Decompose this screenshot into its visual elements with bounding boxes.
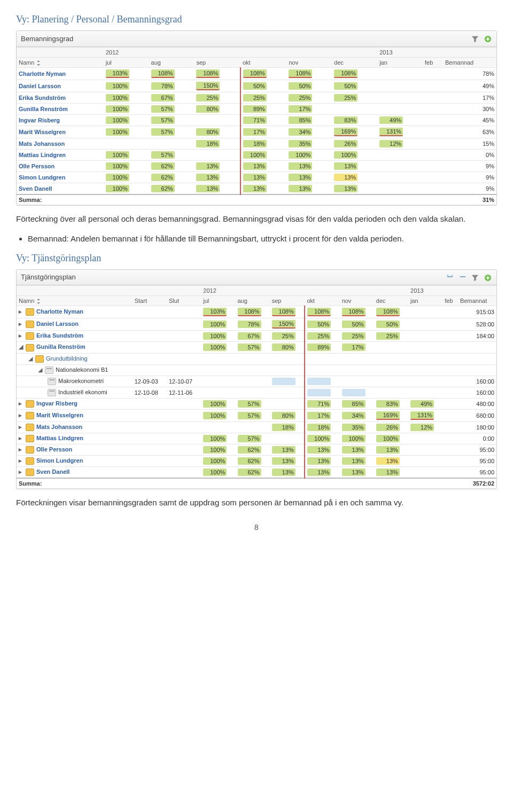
year-2013-b: 2013 xyxy=(408,286,458,296)
col-dec: dec xyxy=(332,57,377,67)
col-jul: jul xyxy=(104,57,149,67)
col-name-2[interactable]: Namn xyxy=(17,296,133,306)
col-sep: sep xyxy=(194,57,240,67)
year-2013: 2013 xyxy=(377,47,443,57)
page-icon xyxy=(45,366,53,374)
expand-toggle[interactable]: ▸ xyxy=(19,321,24,327)
table-row: Simon Lundgren100%62%13%13%13%13%9% xyxy=(17,171,496,183)
term-bemannad: Bemannad: xyxy=(28,234,69,243)
folder-icon xyxy=(35,355,44,363)
col-nov: nov xyxy=(286,57,332,67)
table-row: ▸Mattias Lindgren100%57%100%100%100%0:00 xyxy=(17,433,496,444)
folder-icon xyxy=(26,344,34,352)
col-bemannad: Bemannad xyxy=(443,57,496,67)
col-name[interactable]: Namn xyxy=(17,57,104,67)
table-row: Ingvar Risberg100%57%71%85%83%49%45% xyxy=(17,114,496,126)
col-aug: aug xyxy=(149,57,195,67)
table-row: ◢Grundutbildning xyxy=(17,353,496,364)
col-okt: okt xyxy=(240,57,287,67)
panel-title-2: Tjänstgöringsplan xyxy=(21,273,76,281)
table-row: Industriell ekonomi12-10-0812-11-06 160:… xyxy=(17,387,496,398)
sort-icon-2 xyxy=(36,298,41,304)
summary-row-2: Summa:3572:02 xyxy=(17,478,496,489)
expand-toggle[interactable]: ▸ xyxy=(19,424,24,431)
folder-icon xyxy=(26,400,34,408)
expand-toggle[interactable]: ▸ xyxy=(19,457,24,464)
tjanstgoringsplan-table: 2012 2013 Namn Start Slut jul aug sep ok… xyxy=(17,285,496,489)
folder-icon xyxy=(26,332,34,340)
folder-icon xyxy=(26,308,34,316)
expand-icon[interactable] xyxy=(458,273,467,282)
table-row: Mats Johansson18%18%35%26%12%15% xyxy=(17,138,496,149)
table-row: ▸Mats Johansson18%18%35%26%12%180:00 xyxy=(17,421,496,433)
table-row: Gunilla Renström100%57%80%89%17%30% xyxy=(17,103,496,114)
page-icon xyxy=(48,389,56,396)
folder-icon xyxy=(26,321,34,328)
filter-icon-2[interactable] xyxy=(471,273,479,282)
expand-toggle[interactable]: ▸ xyxy=(19,412,24,419)
page-icon xyxy=(48,378,56,385)
expand-toggle[interactable]: ▸ xyxy=(19,400,24,407)
folder-icon xyxy=(26,424,34,431)
bullet-list: Bemannad: Andelen bemannat i för hålland… xyxy=(28,234,497,243)
table-row: Daniel Larsson100%78%150%50%50%50%49% xyxy=(17,80,496,92)
description-1: Förteckning över all personal och deras … xyxy=(16,213,497,224)
table-row: ▸Sven Danell100%62%13%13%13%13%95:00 xyxy=(17,467,496,479)
collapse-icon[interactable] xyxy=(446,273,454,282)
col-slut: Slut xyxy=(167,296,201,306)
expand-toggle[interactable]: ▸ xyxy=(19,435,24,442)
table-row: Erika Sundström100%67%25%25%25%25%17% xyxy=(17,92,496,103)
table-row: Sven Danell100%62%13%13%13%13%9% xyxy=(17,183,496,194)
table-row: ▸Olle Persson100%62%13%13%13%13%95:00 xyxy=(17,444,496,456)
sort-icon xyxy=(36,59,41,66)
tjanstgoringsplan-panel: Tjänstgöringsplan 2012 2013 Namn Start S… xyxy=(16,269,497,490)
folder-icon xyxy=(26,412,34,419)
panel-header-2: Tjänstgöringsplan xyxy=(17,270,496,286)
table-row: Makroekonometri12-09-0312-10-07 160:00 xyxy=(17,376,496,387)
folder-icon xyxy=(26,457,34,465)
table-row: ▸Simon Lundgren100%62%13%13%13%13%95:00 xyxy=(17,456,496,467)
table-row: ◢Nationalekonomi B1 xyxy=(17,364,496,376)
table-row: Marit Wisselgren100%57%80%17%34%169%131%… xyxy=(17,126,496,138)
table-row: Olle Persson100%62%13%13%13%13%9% xyxy=(17,160,496,171)
folder-icon xyxy=(26,435,34,442)
heading-planering: Vy: Planering / Personal / Bemanningsgra… xyxy=(16,14,497,25)
year-2012-b: 2012 xyxy=(201,286,408,296)
expand-toggle[interactable]: ▸ xyxy=(19,446,24,453)
table-row: ▸Marit Wisselgren100%57%80%17%34%169%131… xyxy=(17,409,496,421)
year-2012: 2012 xyxy=(104,47,377,57)
col-bemannat: Bemannat xyxy=(458,296,496,306)
expand-toggle[interactable]: ▸ xyxy=(19,469,24,475)
folder-icon xyxy=(26,469,34,476)
collapse-toggle[interactable]: ◢ xyxy=(19,343,24,350)
table-row: Charlotte Nyman103%108%108%108%108%108%7… xyxy=(17,67,496,80)
table-row: ▸Daniel Larsson100%78%150%50%50%50%528:0… xyxy=(17,318,496,331)
table-row: ▸Ingvar Risberg100%57%71%85%83%49%480:00 xyxy=(17,398,496,409)
col-feb: feb xyxy=(423,57,443,67)
panel-header: Bemanningsgrad xyxy=(17,31,496,47)
table-row: ▸Charlotte Nyman103%108%108%108%108%108%… xyxy=(17,306,496,318)
description-2: Förteckningen visar bemanningsgraden sam… xyxy=(16,497,497,508)
col-start: Start xyxy=(133,296,167,306)
col-jan: jan xyxy=(377,57,423,67)
folder-icon xyxy=(26,446,34,454)
table-row: Mattias Lindgren100%57%100%100%100%0% xyxy=(17,149,496,160)
summary-row: Summa:31% xyxy=(17,194,496,205)
collapse-toggle[interactable]: ◢ xyxy=(38,366,43,373)
table-row: ▸Erika Sundström100%67%25%25%25%25%184:0… xyxy=(17,331,496,342)
table-row: ◢Gunilla Renström100%57%80%89%17% xyxy=(17,342,496,353)
add-icon[interactable] xyxy=(484,35,492,43)
expand-toggle[interactable]: ▸ xyxy=(19,308,24,315)
panel-title: Bemanningsgrad xyxy=(21,35,73,43)
bemanningsgrad-table: 2012 2013 Namn jul aug sep okt nov dec j… xyxy=(17,47,496,205)
collapse-toggle[interactable]: ◢ xyxy=(28,355,34,362)
add-icon-2[interactable] xyxy=(484,273,492,282)
filter-icon[interactable] xyxy=(471,35,479,43)
expand-toggle[interactable]: ▸ xyxy=(19,332,24,339)
page-number: 8 xyxy=(16,523,497,532)
bemanningsgrad-panel: Bemanningsgrad 2012 2013 Namn jul aug se… xyxy=(16,30,497,206)
heading-tjanstgoringsplan: Vy: Tjänstgöringsplan xyxy=(16,253,497,264)
